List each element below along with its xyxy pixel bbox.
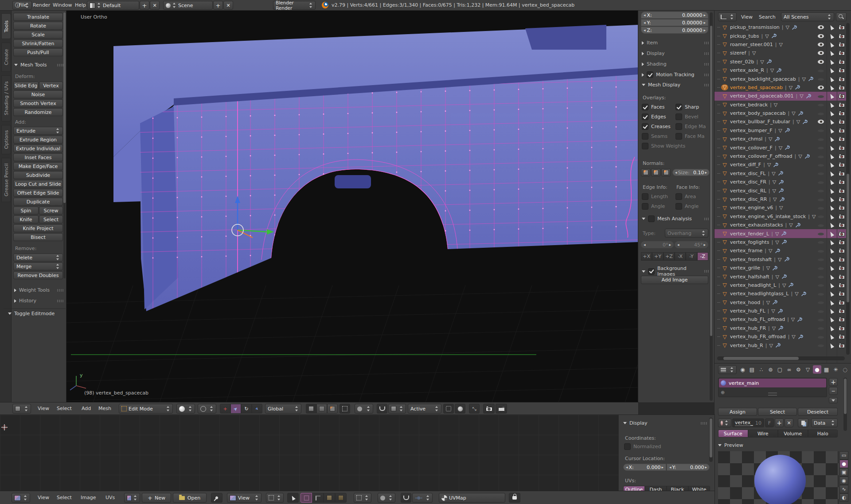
uv-snap-toggle-button[interactable]	[401, 493, 411, 503]
uv-proportional-dropdown[interactable]	[378, 493, 395, 503]
selectability-cursor-icon[interactable]	[829, 42, 834, 47]
outliner-display-mode[interactable]	[718, 12, 737, 21]
push-pull-button[interactable]: Push/Pull	[13, 48, 63, 56]
properties-tab-scene[interactable]: ∴	[757, 365, 765, 374]
view3d-menu-add[interactable]: Add	[82, 406, 91, 411]
outliner-row[interactable]: ▽vertex_frame|▽	[714, 246, 847, 255]
noise-button[interactable]: Noise	[13, 90, 63, 98]
outliner-row[interactable]: ▽vertex_backlight_spacecab|▽	[714, 74, 847, 83]
visibility-eye-icon[interactable]	[818, 224, 824, 227]
overlay-toggle-seams[interactable]: Seams	[642, 133, 668, 140]
material-slot-row[interactable]: vertex_main	[719, 379, 826, 387]
renderability-camera-icon[interactable]	[839, 171, 845, 176]
selectability-cursor-icon[interactable]	[829, 273, 834, 279]
visibility-eye-icon[interactable]	[818, 258, 824, 261]
properties-tab-render[interactable]: ◉	[738, 365, 747, 374]
renderability-camera-icon[interactable]	[839, 119, 845, 124]
renderability-camera-icon[interactable]	[839, 154, 845, 159]
uv-sticky-dropdown[interactable]	[354, 493, 371, 503]
copy-material-button[interactable]	[798, 418, 808, 427]
screw-button[interactable]: Screw	[39, 207, 63, 215]
selectability-cursor-icon[interactable]	[829, 102, 834, 107]
renderability-camera-icon[interactable]	[839, 240, 845, 245]
renderability-camera-icon[interactable]	[839, 51, 845, 55]
selectability-cursor-icon[interactable]	[829, 188, 834, 193]
extrude-region-button[interactable]: Extrude Region	[13, 136, 63, 144]
outliner-row[interactable]: ▽pickup_tubs|▽	[714, 31, 847, 40]
visibility-eye-icon[interactable]	[818, 120, 824, 124]
visibility-eye-icon[interactable]	[818, 327, 824, 330]
outliner-row[interactable]: ▽vertex_coilover_F|▽	[714, 143, 847, 152]
selectability-cursor-icon[interactable]	[829, 214, 834, 219]
snap-element-dropdown[interactable]	[388, 404, 406, 414]
uv-mode-white[interactable]: White	[688, 486, 710, 491]
shelf-tab-tools[interactable]: Tools	[1, 13, 11, 39]
transform-x-slider[interactable]: ◂X: 0.00000▸	[641, 12, 708, 19]
visibility-eye-icon[interactable]	[818, 181, 824, 184]
uv-image-editor[interactable]: Display Coordinates: Normalized Cursor L…	[0, 415, 714, 491]
manipulate-origins-button[interactable]: ⤡	[469, 404, 480, 414]
manipulator-toggle-button[interactable]: +	[220, 404, 230, 414]
make-edge-face-button[interactable]: Make Edge/Face	[13, 162, 63, 170]
overlay-toggle-face-ma[interactable]: Face Ma	[675, 133, 705, 140]
outliner-row[interactable]: ▽vertex_hub_FR|▽	[714, 324, 847, 332]
uvmap-selector[interactable]: UVMap	[439, 493, 505, 503]
image-view-dropdown[interactable]: View	[227, 493, 262, 503]
outliner-row[interactable]: ▽vertex_bed_spacecab|▽	[714, 83, 847, 92]
edge-length-toggle[interactable]: Length	[642, 193, 668, 200]
outliner-row[interactable]: ▽vertex_headlightglass_L|▽	[714, 289, 847, 298]
cursor-y-slider[interactable]: ◂Y: 0.000▸	[667, 464, 710, 471]
material-name-field[interactable]: vertex_ 10	[732, 418, 764, 427]
renderability-camera-icon[interactable]	[839, 309, 845, 313]
slot-add-icon[interactable]: ⊕	[721, 390, 725, 395]
selectability-cursor-icon[interactable]	[829, 222, 834, 228]
outliner-row[interactable]: ▽vertex_diff_F|▽	[714, 160, 847, 169]
opengl-render-button[interactable]	[483, 404, 495, 414]
manipulator-scale-button[interactable]: ➤	[252, 404, 262, 414]
selectability-cursor-icon[interactable]	[829, 119, 834, 125]
outliner-row[interactable]: ▽roamer_steer.001|▽	[714, 40, 847, 49]
outliner-v-scrollbar[interactable]	[846, 23, 850, 355]
renderability-camera-icon[interactable]	[839, 334, 845, 339]
renderability-camera-icon[interactable]	[839, 214, 845, 219]
renderability-camera-icon[interactable]	[839, 326, 845, 331]
select-button[interactable]: Select	[758, 408, 797, 416]
axis-align-buttons[interactable]: +X+Y +Z-X -Y-Z	[641, 252, 708, 261]
view3d-editor-type[interactable]	[12, 404, 31, 414]
mesh-tools-panel-header[interactable]: Mesh Tools	[14, 62, 64, 68]
offset-edge-slide-button[interactable]: Offset Edge Slide	[13, 189, 63, 197]
outliner-row[interactable]: ▽vertex_frontshaft|▽	[714, 255, 847, 264]
uv-face-mode-button[interactable]	[324, 493, 335, 503]
uv-pivot-dropdown[interactable]	[266, 493, 284, 503]
material-new-button[interactable]: +	[775, 418, 784, 427]
motion-tracking-checkbox[interactable]	[647, 71, 653, 78]
render-engine-selector[interactable]: Blender Render	[273, 1, 316, 10]
visibility-eye-icon[interactable]	[818, 86, 824, 90]
outliner-row[interactable]: ▽sizeref|▽	[714, 49, 847, 57]
outliner-row[interactable]: ▽vertex_chmsl|▽	[714, 135, 847, 143]
selectability-cursor-icon[interactable]	[829, 282, 834, 288]
uv-menu-view[interactable]: View	[38, 495, 49, 500]
uv-island-mode-button[interactable]	[335, 493, 347, 503]
merge-button[interactable]: Merge	[13, 262, 63, 270]
visibility-eye-icon[interactable]	[818, 301, 824, 304]
outliner-row[interactable]: ▽vertex_bullbar_F_tubular|▽	[714, 117, 847, 126]
uv-menu-select[interactable]: Select	[57, 495, 72, 500]
type-tab-surface[interactable]: Surface	[718, 430, 748, 438]
properties-tab-material[interactable]: ●	[813, 365, 821, 374]
selectability-cursor-icon[interactable]	[829, 231, 834, 236]
overlay-toggle-edges[interactable]: Edges	[642, 113, 666, 120]
uvmap-lock-button[interactable]	[509, 493, 520, 503]
selectability-cursor-icon[interactable]	[829, 128, 834, 133]
preview-flat-button[interactable]: ▭	[839, 451, 848, 460]
view3d-menu-select[interactable]: Select	[57, 406, 72, 411]
menu-file[interactable]: File	[19, 2, 27, 8]
snap-target-dropdown[interactable]: Active	[408, 404, 441, 414]
outliner-row[interactable]: ▽vertex_hub_R|▽	[714, 341, 847, 349]
renderability-camera-icon[interactable]	[839, 343, 845, 348]
face-select-button[interactable]	[327, 404, 338, 414]
overlay-toggle-faces[interactable]: Faces	[642, 104, 665, 110]
renderability-camera-icon[interactable]	[839, 317, 845, 322]
renderability-camera-icon[interactable]	[839, 137, 845, 141]
visibility-eye-icon[interactable]	[818, 51, 824, 55]
